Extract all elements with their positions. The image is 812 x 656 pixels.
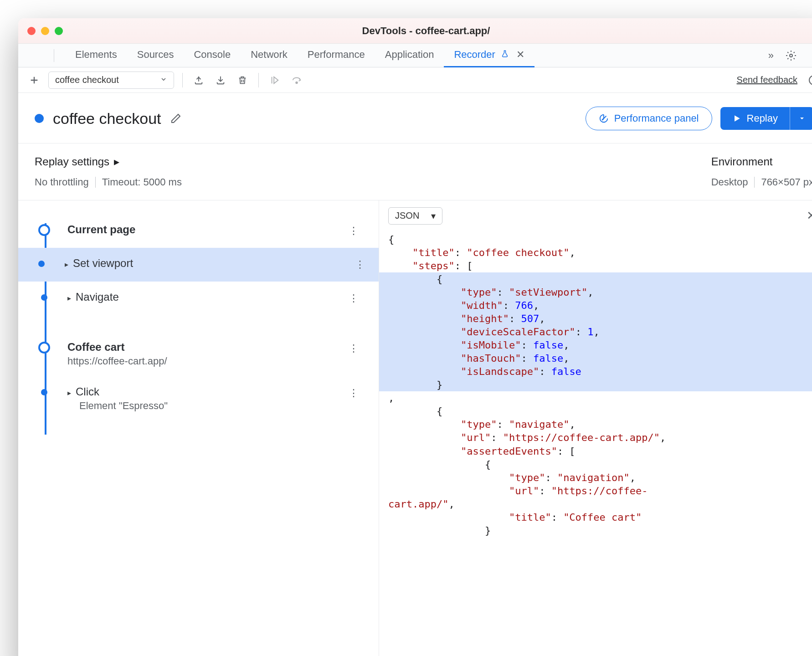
more-tabs-icon[interactable]: » — [766, 47, 776, 64]
code-token: "https://coffee- — [551, 485, 648, 497]
chevron-down-icon: ▾ — [431, 210, 436, 221]
flask-icon — [501, 49, 512, 60]
chevron-right-icon: ▸ — [67, 294, 71, 302]
divider — [182, 73, 183, 87]
code-token: "isMobile" — [461, 339, 521, 351]
code-token: "coffee checkout" — [467, 247, 569, 258]
env-size: 766×507 px — [761, 176, 812, 188]
tab-bar: Elements Sources Console Network Perform… — [18, 44, 812, 67]
throttling-value: No throttling — [35, 176, 89, 188]
code-token: "height" — [461, 313, 509, 324]
step-over-icon[interactable] — [289, 72, 304, 88]
step-marker-icon — [38, 342, 50, 354]
tab-performance[interactable]: Performance — [298, 43, 375, 67]
send-feedback-link[interactable]: Send feedback — [737, 75, 797, 85]
timeout-value: Timeout: 5000 ms — [102, 176, 182, 188]
format-select-value: JSON — [395, 210, 419, 221]
import-icon[interactable] — [213, 72, 228, 88]
code-token: "url" — [461, 432, 491, 443]
step-marker-icon — [38, 224, 50, 236]
code-token: "hasTouch" — [461, 353, 521, 364]
recording-select-value: coffee checkout — [55, 75, 119, 85]
step-play-icon[interactable] — [267, 72, 283, 88]
step-marker-icon — [41, 294, 47, 301]
performance-panel-button[interactable]: Performance panel — [586, 107, 712, 130]
recorder-toolbar: coffee checkout Send feedback — [18, 67, 812, 93]
code-token: "navigate" — [509, 419, 569, 430]
edit-title-icon[interactable] — [168, 110, 184, 127]
tab-elements[interactable]: Elements — [65, 43, 127, 67]
export-icon[interactable] — [191, 72, 206, 88]
code-token: 766 — [515, 300, 533, 311]
step-title: Navigate — [76, 291, 119, 303]
step-menu-icon[interactable]: ⋮ — [350, 257, 370, 272]
step-menu-icon[interactable]: ⋮ — [344, 385, 363, 401]
svg-point-5 — [809, 76, 812, 85]
replay-button[interactable]: Replay — [720, 107, 812, 130]
tab-network[interactable]: Network — [241, 43, 298, 67]
tab-recorder-label: Recorder — [454, 49, 495, 60]
recording-header: coffee checkout Performance panel Replay — [18, 93, 812, 144]
code-token: 1 — [587, 326, 593, 338]
code-token: "width" — [461, 300, 503, 311]
step-title: Current page — [67, 223, 344, 236]
tab-console[interactable]: Console — [184, 43, 241, 67]
tab-sources[interactable]: Sources — [127, 43, 184, 67]
help-icon[interactable] — [806, 72, 812, 88]
new-recording-icon[interactable] — [26, 72, 42, 88]
code-token: "https://coffee-cart.app/" — [503, 432, 660, 443]
svg-point-3 — [790, 54, 792, 57]
close-code-icon[interactable]: ✕ — [802, 207, 812, 225]
step-menu-icon[interactable]: ⋮ — [344, 291, 363, 306]
inspect-icon[interactable] — [26, 53, 32, 58]
code-token: "title" — [412, 247, 455, 258]
code-token: false — [533, 339, 563, 351]
code-token: false — [551, 366, 581, 377]
code-token: "deviceScaleFactor" — [461, 326, 576, 338]
step-current-page[interactable]: Current page ⋮ — [38, 214, 370, 248]
step-title: Click — [76, 385, 99, 398]
code-token: cart.app/" — [388, 498, 448, 510]
tab-recorder[interactable]: Recorder ✕ — [444, 43, 534, 67]
step-coffee-cart[interactable]: Coffee cart https://coffee-cart.app/ ⋮ — [38, 332, 370, 376]
code-token: "url" — [509, 485, 539, 497]
settings-section: Replay settings ▸ No throttling Timeout:… — [18, 144, 812, 200]
chevron-down-icon — [160, 75, 167, 85]
tab-application[interactable]: Application — [375, 43, 444, 67]
code-token: "Coffee cart" — [563, 512, 642, 523]
device-toggle-icon[interactable] — [40, 53, 46, 58]
code-token: 507 — [521, 313, 539, 324]
step-subtitle: Element "Espresso" — [79, 400, 344, 412]
step-menu-icon[interactable]: ⋮ — [344, 223, 363, 239]
delete-icon[interactable] — [235, 72, 250, 88]
divider — [95, 177, 96, 188]
chevron-right-icon: ▸ — [114, 155, 119, 168]
chevron-right-icon: ▸ — [65, 261, 68, 268]
step-set-viewport[interactable]: ▸Set viewport ⋮ — [18, 248, 379, 282]
replay-settings-toggle[interactable]: Replay settings ▸ — [35, 155, 182, 168]
replay-label: Replay — [747, 113, 778, 124]
format-select[interactable]: JSON ▾ — [388, 207, 442, 225]
step-navigate[interactable]: ▸Navigate ⋮ — [38, 282, 370, 315]
settings-icon[interactable] — [783, 47, 799, 64]
step-click-espresso[interactable]: ▸Click Element "Espresso" ⋮ — [38, 376, 370, 421]
recording-select[interactable]: coffee checkout — [48, 72, 174, 89]
chevron-right-icon: ▸ — [67, 389, 71, 397]
kebab-icon[interactable]: ⋮ — [806, 46, 812, 65]
code-token: "type" — [509, 472, 545, 483]
titlebar: DevTools - coffee-cart.app/ — [18, 18, 812, 44]
replay-dropdown[interactable] — [790, 107, 812, 130]
steps-pane[interactable]: Current page ⋮ ▸Set viewport ⋮ ▸Navigate — [18, 200, 379, 656]
environment-label: Environment — [711, 155, 812, 168]
code-token: "type" — [461, 419, 497, 430]
code-token: false — [533, 353, 563, 364]
tab-close-icon[interactable]: ✕ — [516, 49, 524, 60]
recording-title: coffee checkout — [53, 110, 161, 128]
code-token: "navigation" — [557, 472, 630, 483]
step-subtitle: https://coffee-cart.app/ — [67, 355, 344, 367]
performance-panel-label: Performance panel — [614, 113, 699, 124]
code-token: "assertedEvents" — [461, 446, 557, 457]
code-pane[interactable]: JSON ▾ ✕ { "title": "coffee checkout", "… — [379, 200, 812, 656]
step-menu-icon[interactable]: ⋮ — [344, 341, 363, 356]
env-device: Desktop — [711, 176, 748, 188]
